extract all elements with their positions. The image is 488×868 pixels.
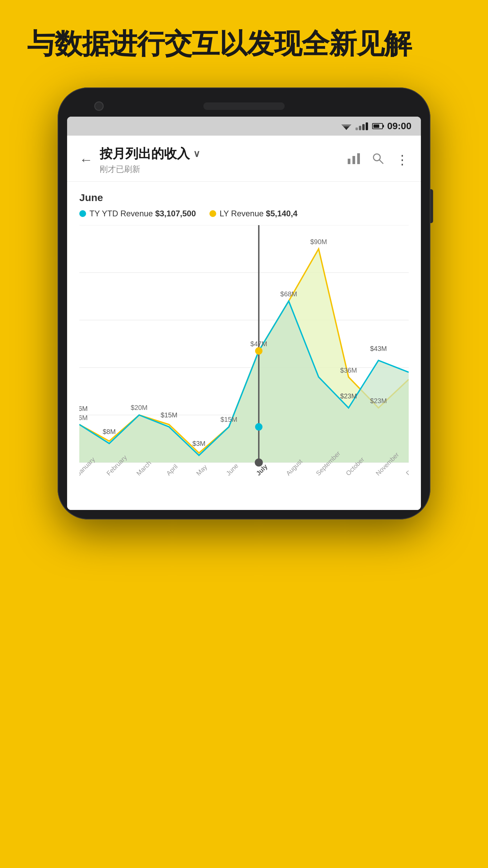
chart-container: $0M $20M $40M $60M $80M $100M: [79, 225, 409, 503]
status-bar: 09:00: [67, 117, 421, 136]
svg-rect-3: [348, 159, 350, 164]
svg-rect-4: [352, 156, 355, 164]
back-button[interactable]: ←: [79, 152, 93, 167]
svg-marker-2: [345, 129, 347, 130]
svg-text:$47M: $47M: [250, 340, 267, 348]
svg-text:$90M: $90M: [310, 238, 327, 245]
svg-text:June: June: [225, 462, 240, 477]
svg-text:$16M: $16M: [79, 405, 88, 412]
svg-text:$23M: $23M: [370, 397, 387, 405]
svg-text:April: April: [165, 463, 179, 477]
app-subtitle: 刚才已刷新: [100, 164, 200, 175]
dropdown-arrow-icon[interactable]: ∨: [193, 148, 200, 159]
chart-month-label: June: [79, 192, 409, 203]
chart-icon[interactable]: [348, 153, 360, 167]
app-title-text: 按月列出的收入: [100, 145, 190, 162]
battery-icon: [372, 123, 383, 129]
side-button: [430, 189, 433, 223]
svg-text:$43M: $43M: [370, 345, 387, 352]
legend-label-ly: LY Revenue $5,140,4: [220, 209, 298, 218]
july-dot-ty: [256, 423, 262, 430]
legend-label-ty: TY YTD Revenue $3,107,500: [89, 209, 196, 218]
legend-dot-ly: [209, 210, 216, 217]
signal-icon: [355, 122, 368, 130]
legend-item-ty: TY YTD Revenue $3,107,500: [79, 209, 196, 218]
svg-text:May: May: [195, 463, 208, 477]
search-icon[interactable]: [372, 153, 384, 167]
page-headline: 与数据进行交互以发现全新见解: [0, 0, 488, 81]
phone-screen: 09:00 ← 按月列出的收入 ∨ 刚才已刷新: [67, 117, 421, 510]
svg-text:$15M: $15M: [161, 411, 178, 419]
svg-line-7: [380, 160, 383, 163]
status-time: 09:00: [387, 121, 411, 132]
svg-text:$36M: $36M: [340, 367, 357, 374]
camera: [94, 101, 104, 111]
svg-text:$8M: $8M: [103, 428, 116, 435]
svg-text:$15M: $15M: [221, 416, 238, 423]
phone-mockup: 09:00 ← 按月列出的收入 ∨ 刚才已刷新: [58, 87, 430, 519]
july-dot-ly: [256, 348, 262, 354]
chart-svg: $0M $20M $40M $60M $80M $100M: [79, 225, 409, 503]
svg-text:$23M: $23M: [340, 392, 357, 400]
svg-text:$20M: $20M: [131, 404, 148, 411]
svg-text:$3M: $3M: [192, 440, 206, 447]
chart-legend: TY YTD Revenue $3,107,500 LY Revenue $5,…: [79, 209, 409, 218]
svg-rect-5: [357, 153, 360, 164]
legend-dot-ty: [79, 210, 86, 217]
wifi-icon: [341, 122, 351, 130]
svg-text:$16M: $16M: [79, 414, 88, 421]
svg-text:$68M: $68M: [280, 290, 297, 298]
chart-section: June TY YTD Revenue $3,107,500 LY Revenu…: [67, 182, 421, 510]
speaker: [203, 102, 285, 110]
more-options-icon[interactable]: ⋮: [396, 153, 409, 167]
legend-item-ly: LY Revenue $5,140,4: [209, 209, 298, 218]
phone-top-bar: [67, 97, 421, 117]
app-header: ← 按月列出的收入 ∨ 刚才已刷新: [67, 136, 421, 182]
ty-area: [79, 301, 409, 462]
